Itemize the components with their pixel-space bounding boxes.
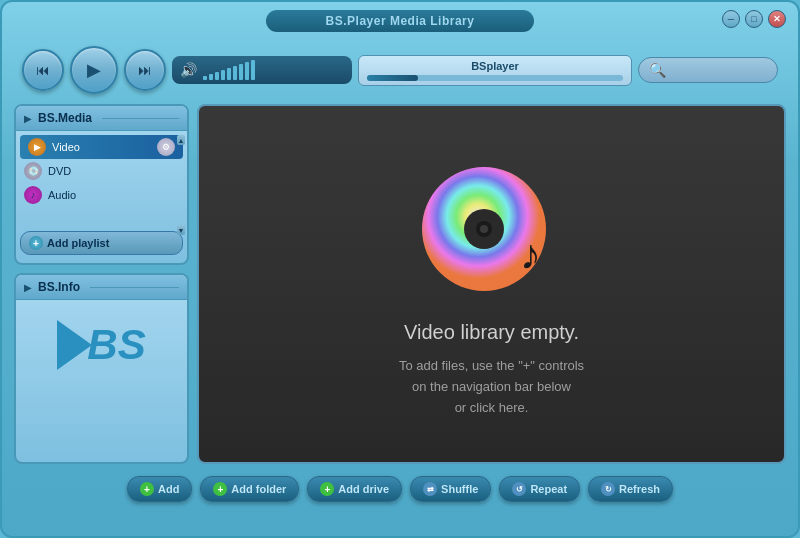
refresh-label: Refresh xyxy=(619,483,660,495)
svg-text:♪: ♪ xyxy=(520,232,541,278)
add-drive-icon: + xyxy=(320,482,334,496)
media-item-dvd[interactable]: 💿 DVD xyxy=(16,159,187,183)
vol-bar-1 xyxy=(203,76,207,80)
info-panel-divider xyxy=(90,287,179,288)
media-panel-arrow: ▶ xyxy=(24,113,32,124)
rewind-button[interactable]: ⏮ xyxy=(22,49,64,91)
search-box[interactable]: 🔍 xyxy=(638,57,778,83)
add-folder-label: Add folder xyxy=(231,483,286,495)
window-title: BS.Player Media Library xyxy=(266,10,535,32)
refresh-icon: ↻ xyxy=(601,482,615,496)
media-panel: ▶ BS.Media ▲ ▶ Video ⚙ 💿 DVD xyxy=(14,104,189,265)
player-title: BSplayer xyxy=(367,60,623,72)
add-folder-icon: + xyxy=(213,482,227,496)
repeat-icon: ↺ xyxy=(512,482,526,496)
minimize-button[interactable]: ─ xyxy=(722,10,740,28)
scroll-down-arrow[interactable]: ▼ xyxy=(177,225,185,235)
left-panel: ▶ BS.Media ▲ ▶ Video ⚙ 💿 DVD xyxy=(14,104,189,464)
video-label: Video xyxy=(52,141,80,153)
player-display: BSplayer xyxy=(358,55,632,86)
add-playlist-icon: + xyxy=(29,236,43,250)
audio-label: Audio xyxy=(48,189,76,201)
add-button[interactable]: + Add xyxy=(127,476,192,502)
media-panel-divider xyxy=(102,118,179,119)
add-drive-button[interactable]: + Add drive xyxy=(307,476,402,502)
add-folder-button[interactable]: + Add folder xyxy=(200,476,299,502)
vol-bar-2 xyxy=(209,74,213,80)
rewind-icon: ⏮ xyxy=(36,62,50,78)
cd-icon: ♪ xyxy=(412,149,572,309)
repeat-label: Repeat xyxy=(530,483,567,495)
empty-main-text[interactable]: Video library empty. xyxy=(404,321,579,344)
media-panel-header: ▶ BS.Media xyxy=(16,106,187,131)
play-button[interactable]: ▶ xyxy=(70,46,118,94)
forward-button[interactable]: ⏭ xyxy=(124,49,166,91)
main-window: BS.Player Media Library ─ □ ✕ ⏮ ▶ ⏭ 🔊 xyxy=(0,0,800,538)
transport-bar: ⏮ ▶ ⏭ 🔊 BSplayer xyxy=(10,40,790,100)
dvd-label: DVD xyxy=(48,165,71,177)
content-area[interactable]: ♪ Video library empty. To add files, use… xyxy=(197,104,786,464)
volume-control: 🔊 xyxy=(172,56,352,84)
bottom-bar: + Add + Add folder + Add drive ⇄ Shuffle… xyxy=(2,468,798,510)
video-icon: ▶ xyxy=(28,138,46,156)
video-settings-icon: ⚙ xyxy=(157,138,175,156)
close-button[interactable]: ✕ xyxy=(768,10,786,28)
volume-bars xyxy=(203,60,255,80)
media-item-audio[interactable]: ♪ Audio xyxy=(16,183,187,207)
add-icon: + xyxy=(140,482,154,496)
info-panel-arrow: ▶ xyxy=(24,282,32,293)
bs-text: BS xyxy=(87,324,145,366)
add-label: Add xyxy=(158,483,179,495)
audio-icon: ♪ xyxy=(24,186,42,204)
play-icon: ▶ xyxy=(87,59,101,81)
vol-bar-8 xyxy=(245,62,249,80)
info-panel-title: BS.Info xyxy=(38,280,80,294)
shuffle-icon: ⇄ xyxy=(423,482,437,496)
search-icon: 🔍 xyxy=(649,62,666,78)
empty-sub-text: To add files, use the "+" controlson the… xyxy=(399,356,584,418)
bs-logo: BS xyxy=(16,300,187,390)
progress-bar[interactable] xyxy=(367,75,623,81)
dvd-icon: 💿 xyxy=(24,162,42,180)
repeat-button[interactable]: ↺ Repeat xyxy=(499,476,580,502)
vol-bar-9 xyxy=(251,60,255,80)
vol-bar-7 xyxy=(239,64,243,80)
vol-bar-6 xyxy=(233,66,237,80)
info-panel: ▶ BS.Info BS xyxy=(14,273,189,464)
add-playlist-label: Add playlist xyxy=(47,237,109,249)
scroll-up-arrow[interactable]: ▲ xyxy=(177,135,185,145)
add-playlist-button[interactable]: + Add playlist xyxy=(20,231,183,255)
vol-bar-4 xyxy=(221,70,225,80)
media-list: ▲ ▶ Video ⚙ 💿 DVD ♪ Audio xyxy=(16,131,187,263)
refresh-button[interactable]: ↻ Refresh xyxy=(588,476,673,502)
shuffle-label: Shuffle xyxy=(441,483,478,495)
title-bar: BS.Player Media Library ─ □ ✕ xyxy=(2,2,798,40)
svg-point-3 xyxy=(480,225,488,233)
forward-icon: ⏭ xyxy=(138,62,152,78)
vol-bar-5 xyxy=(227,68,231,80)
vol-bar-3 xyxy=(215,72,219,80)
window-controls: ─ □ ✕ xyxy=(722,10,786,28)
info-panel-header: ▶ BS.Info xyxy=(16,275,187,300)
shuffle-button[interactable]: ⇄ Shuffle xyxy=(410,476,491,502)
volume-icon: 🔊 xyxy=(180,62,197,78)
media-item-video[interactable]: ▶ Video ⚙ xyxy=(20,135,183,159)
media-list-spacer xyxy=(16,207,187,227)
add-drive-label: Add drive xyxy=(338,483,389,495)
search-input[interactable] xyxy=(670,64,760,76)
main-content: ▶ BS.Media ▲ ▶ Video ⚙ 💿 DVD xyxy=(2,104,798,464)
maximize-button[interactable]: □ xyxy=(745,10,763,28)
progress-fill xyxy=(367,75,418,81)
media-panel-title: BS.Media xyxy=(38,111,92,125)
